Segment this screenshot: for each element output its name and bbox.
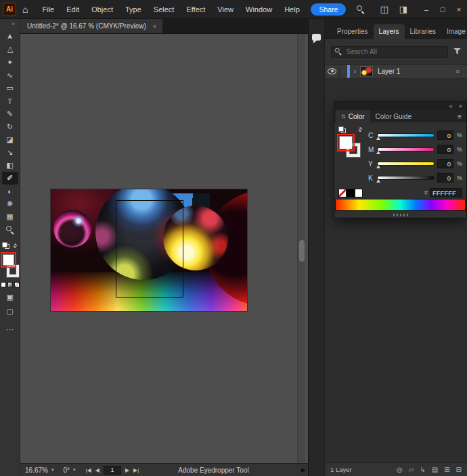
none-swatch[interactable] — [338, 189, 347, 197]
default-fill-stroke-icon[interactable] — [2, 242, 9, 249]
tab-libraries[interactable]: Libraries — [405, 24, 441, 39]
new-layer-icon[interactable]: ⊞ — [444, 466, 449, 473]
app-logo-icon[interactable]: Ai — [3, 3, 16, 16]
zoom-dropdown[interactable]: 16.67% ▾ — [20, 467, 58, 474]
next-artboard-button[interactable]: ▶ — [125, 467, 129, 473]
vertical-scrollbar-thumb[interactable] — [299, 240, 305, 262]
screen-mode-button[interactable]: ▢ — [6, 307, 13, 316]
color-button[interactable] — [1, 282, 6, 287]
draw-mode-button[interactable]: ▣ — [6, 293, 13, 302]
home-icon[interactable]: ⌂ — [22, 4, 28, 15]
edit-toolbar-icon[interactable]: ⋯ — [6, 325, 14, 334]
menu-help[interactable]: Help — [278, 0, 306, 19]
status-overflow-arrow-icon[interactable]: ▶ — [301, 467, 306, 473]
first-artboard-button[interactable]: |◀ — [86, 467, 91, 473]
layer-row[interactable]: › Layer 1 ○ — [325, 64, 467, 78]
menu-file[interactable]: File — [36, 0, 60, 19]
rotation-dropdown[interactable]: 0° ▾ — [58, 467, 80, 474]
swap-fill-stroke-icon[interactable]: ⇄ — [12, 241, 19, 249]
panel-menu-icon[interactable]: ≡ — [453, 110, 466, 122]
close-panel-icon[interactable]: × — [459, 103, 462, 110]
workspace-switcher-icon[interactable]: ◨ — [399, 4, 407, 14]
graph-tool[interactable]: ▦ — [2, 210, 18, 223]
direct-selection-tool[interactable]: ▷ — [2, 43, 18, 56]
toolbar-expand-chevron[interactable]: » — [12, 19, 20, 27]
arrange-documents-icon[interactable]: ◫ — [380, 4, 388, 14]
rectangle-tool[interactable]: ▭ — [2, 82, 18, 95]
gradient-button[interactable] — [7, 282, 13, 287]
tab-color-guide[interactable]: Color Guide — [370, 110, 417, 122]
tab-image-trace[interactable]: Image Tra — [441, 24, 467, 39]
current-tool-display[interactable]: Adobe Eyedropper Tool — [178, 467, 248, 474]
create-sublayer-icon[interactable]: ↳ — [420, 466, 425, 473]
swap-fill-stroke-icon[interactable]: ⇄ — [357, 126, 364, 133]
document-tab-close-icon[interactable]: × — [153, 23, 156, 30]
menu-type[interactable]: Type — [119, 0, 148, 19]
eyedropper-tool[interactable]: ✐ — [2, 172, 18, 185]
color-spectrum-bar[interactable] — [336, 199, 465, 210]
menu-object[interactable]: Object — [85, 0, 119, 19]
scale-tool[interactable]: ↘ — [2, 146, 18, 159]
menu-view[interactable]: View — [211, 0, 240, 19]
selection-tool[interactable]: ➤ — [2, 30, 18, 43]
layer-expand-chevron[interactable]: › — [350, 68, 360, 75]
white-swatch[interactable] — [355, 189, 363, 197]
menu-window[interactable]: Window — [240, 0, 278, 19]
previous-artboard-button[interactable]: ◀ — [95, 467, 99, 473]
layer-name[interactable]: Layer 1 — [378, 68, 450, 75]
magenta-slider[interactable] — [378, 148, 434, 151]
tab-properties[interactable]: Properties — [332, 24, 374, 39]
layer-thumbnail[interactable] — [360, 66, 373, 76]
visibility-cell[interactable] — [325, 65, 340, 78]
lasso-tool[interactable]: ∿ — [2, 69, 18, 82]
tab-layers[interactable]: Layers — [374, 24, 405, 39]
zoom-tool[interactable] — [2, 223, 18, 236]
cyan-slider[interactable] — [378, 134, 434, 137]
comments-icon[interactable] — [312, 34, 321, 41]
yellow-value[interactable]: 0 — [437, 159, 453, 168]
document-tab[interactable]: Untitled-2* @ 16.67 % (CMYK/Preview) × — [20, 19, 162, 33]
maximize-button[interactable]: ▢ — [435, 6, 451, 13]
eraser-tool[interactable]: ◪ — [2, 133, 18, 146]
menu-edit[interactable]: Edit — [60, 0, 85, 19]
gradient-tool[interactable]: ◧ — [2, 159, 18, 172]
paintbrush-tool[interactable]: ✎ — [2, 108, 18, 120]
type-tool[interactable]: T — [2, 95, 18, 108]
black-slider[interactable] — [378, 176, 434, 179]
layers-search-input[interactable] — [331, 46, 448, 58]
magic-wand-tool[interactable]: ✦ — [2, 56, 18, 69]
yellow-slider-thumb[interactable] — [376, 165, 380, 168]
menu-effect[interactable]: Effect — [180, 0, 211, 19]
vertical-scrollbar[interactable] — [297, 34, 305, 463]
default-fill-stroke-icon[interactable] — [338, 126, 346, 133]
black-swatch[interactable] — [347, 189, 355, 197]
search-icon[interactable] — [357, 5, 365, 14]
layer-options-icon[interactable]: ▤ — [432, 466, 438, 473]
yellow-slider[interactable] — [378, 162, 434, 165]
hex-value-input[interactable] — [430, 188, 462, 197]
locate-object-icon[interactable]: ◎ — [397, 466, 403, 473]
tab-color[interactable]: ⇅ Color — [336, 110, 370, 122]
symbol-sprayer-tool[interactable]: ❋ — [2, 197, 18, 210]
lock-cell[interactable] — [340, 65, 347, 78]
last-artboard-button[interactable]: ▶| — [133, 467, 139, 473]
blend-tool[interactable]: ◐ — [2, 185, 18, 197]
magenta-slider-thumb[interactable] — [376, 151, 380, 154]
close-button[interactable]: × — [451, 5, 467, 14]
panel-resize-grip[interactable] — [334, 212, 466, 218]
cyan-value[interactable]: 0 — [437, 130, 453, 140]
delete-layer-icon[interactable]: ⊟ — [456, 466, 462, 473]
menu-select[interactable]: Select — [148, 0, 181, 19]
share-button[interactable]: Share — [311, 3, 346, 16]
black-slider-thumb[interactable] — [376, 179, 380, 183]
artboard-number-input[interactable] — [104, 466, 121, 475]
none-button[interactable] — [14, 282, 20, 287]
cyan-slider-thumb[interactable] — [376, 137, 380, 140]
filter-funnel-icon[interactable] — [453, 48, 461, 55]
artwork-image[interactable] — [51, 189, 247, 311]
canvas[interactable] — [20, 34, 308, 463]
rotate-tool[interactable]: ↻ — [2, 120, 18, 133]
make-clipping-mask-icon[interactable]: ▱ — [409, 466, 414, 473]
collapse-panel-icon[interactable]: « — [449, 103, 453, 110]
minimize-button[interactable]: – — [418, 5, 435, 14]
